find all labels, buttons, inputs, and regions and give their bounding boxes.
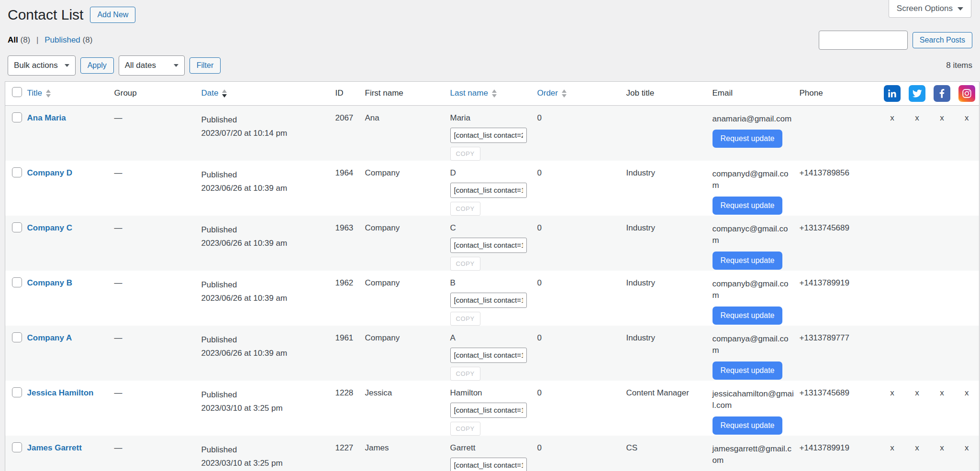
- row-checkbox[interactable]: [12, 387, 22, 397]
- id-cell: 1962: [335, 271, 365, 326]
- shortcode-input[interactable]: [450, 183, 527, 198]
- column-header-facebook: [930, 81, 955, 105]
- contact-title-link[interactable]: Company C: [27, 223, 72, 232]
- title-cell: Company A: [27, 326, 114, 381]
- group-cell: —: [114, 105, 201, 161]
- filter-button[interactable]: Filter: [189, 57, 221, 74]
- job-title-cell: Industry: [626, 216, 713, 271]
- contact-title-link[interactable]: Company B: [27, 278, 72, 287]
- column-header-instagram: [955, 81, 980, 105]
- last-name-cell: C COPY: [450, 216, 537, 271]
- row-checkbox[interactable]: [12, 112, 22, 122]
- twitter-icon: [909, 85, 925, 102]
- phone-cell: +1413789856: [800, 161, 880, 216]
- linkedin-cell: [880, 271, 905, 326]
- job-title-cell: CS: [626, 436, 713, 471]
- view-published-link[interactable]: Published: [45, 35, 80, 44]
- id-cell: 1227: [335, 436, 365, 471]
- copy-button[interactable]: COPY: [450, 312, 480, 326]
- job-title-cell: Industry: [626, 161, 713, 216]
- facebook-cell: [930, 326, 955, 381]
- row-checkbox[interactable]: [12, 277, 22, 287]
- status-text: Published: [201, 278, 331, 292]
- id-cell: 1963: [335, 216, 365, 271]
- facebook-cell: [930, 161, 955, 216]
- status-text: Published: [201, 168, 331, 182]
- order-cell: 0: [537, 326, 626, 381]
- apply-button[interactable]: Apply: [80, 57, 114, 74]
- column-header-first_name: First name: [365, 81, 450, 105]
- shortcode-input[interactable]: [450, 293, 527, 308]
- contact-title-link[interactable]: Ana Maria: [27, 113, 66, 122]
- request-update-button[interactable]: Request update: [713, 361, 783, 380]
- sort-link-last_name[interactable]: Last name: [450, 88, 497, 98]
- twitter-cell: [905, 271, 930, 326]
- dates-filter-select[interactable]: All dates: [119, 55, 185, 76]
- bulk-actions-value: Bulk actions: [14, 61, 58, 70]
- view-published-count: (8): [83, 35, 93, 44]
- search-posts-button[interactable]: Search Posts: [913, 32, 972, 48]
- copy-button[interactable]: COPY: [450, 257, 480, 271]
- last-name-cell: Garrett COPY: [450, 436, 537, 471]
- screen-options-button[interactable]: Screen Options: [889, 0, 971, 18]
- job-title-cell: Industry: [626, 326, 713, 381]
- request-update-button[interactable]: Request update: [713, 197, 783, 215]
- shortcode-input[interactable]: [450, 238, 527, 253]
- column-header-job_title: Job title: [626, 81, 713, 105]
- instagram-icon: [958, 85, 975, 102]
- request-update-button[interactable]: Request update: [713, 130, 783, 148]
- bulk-actions-select[interactable]: Bulk actions: [8, 55, 76, 76]
- copy-button[interactable]: COPY: [450, 202, 480, 216]
- group-cell: —: [114, 381, 201, 436]
- order-cell: 0: [537, 216, 626, 271]
- instagram-cell: x: [955, 436, 980, 471]
- instagram-cell: x: [955, 105, 980, 161]
- row-checkbox[interactable]: [12, 442, 22, 452]
- search-input[interactable]: [819, 31, 908, 50]
- copy-button[interactable]: COPY: [450, 367, 480, 381]
- shortcode-input[interactable]: [450, 403, 527, 418]
- request-update-button[interactable]: Request update: [713, 416, 783, 435]
- row-select-cell: [5, 381, 27, 436]
- page-header: Contact List Add New: [0, 0, 980, 24]
- email-cell: companyc@gmail.com Request update: [713, 216, 800, 271]
- request-update-button[interactable]: Request update: [713, 252, 783, 270]
- sort-link-title[interactable]: Title: [27, 88, 51, 98]
- id-cell: 1228: [335, 381, 365, 436]
- contact-title-link[interactable]: Company D: [27, 168, 72, 177]
- sort-link-order[interactable]: Order: [537, 88, 567, 98]
- job-title-cell: Industry: [626, 271, 713, 326]
- contact-title-link[interactable]: Jessica Hamilton: [27, 388, 94, 397]
- items-count: 8 items: [946, 61, 972, 70]
- row-checkbox[interactable]: [12, 222, 22, 232]
- column-header-row: TitleGroupDateIDFirst nameLast nameOrder…: [5, 81, 980, 105]
- view-filter-links: All (8) | Published (8): [8, 35, 92, 45]
- email-cell: jamesgarrett@gmail.com Request update: [713, 436, 800, 471]
- group-cell: —: [114, 436, 201, 471]
- facebook-cell: x: [930, 105, 955, 161]
- copy-button[interactable]: COPY: [450, 147, 480, 161]
- row-select-cell: [5, 326, 27, 381]
- request-update-button[interactable]: Request update: [713, 307, 783, 325]
- shortcode-input[interactable]: [450, 128, 527, 143]
- contact-title-link[interactable]: Company A: [27, 333, 72, 342]
- sort-arrows-icon: [222, 89, 227, 98]
- copy-button[interactable]: COPY: [450, 422, 480, 436]
- add-new-button[interactable]: Add New: [90, 7, 135, 23]
- email-cell: companya@gmail.com Request update: [713, 326, 800, 381]
- shortcode-input[interactable]: [450, 458, 527, 471]
- row-checkbox[interactable]: [12, 167, 22, 177]
- sort-link-date[interactable]: Date: [201, 88, 227, 98]
- linkedin-cell: [880, 326, 905, 381]
- view-all-link[interactable]: All: [8, 35, 18, 44]
- table-body: Ana Maria — Published 2023/07/20 at 10:1…: [5, 105, 980, 471]
- order-cell: 0: [537, 105, 626, 161]
- facebook-icon: [934, 85, 950, 102]
- select-all-checkbox[interactable]: [12, 87, 22, 97]
- email-text: companyc@gmail.com: [713, 223, 795, 247]
- contact-title-link[interactable]: James Garrett: [27, 443, 82, 452]
- shortcode-input[interactable]: [450, 348, 527, 363]
- chevron-down-icon: [958, 7, 963, 11]
- row-checkbox[interactable]: [12, 332, 22, 342]
- screen-options-label: Screen Options: [897, 4, 953, 13]
